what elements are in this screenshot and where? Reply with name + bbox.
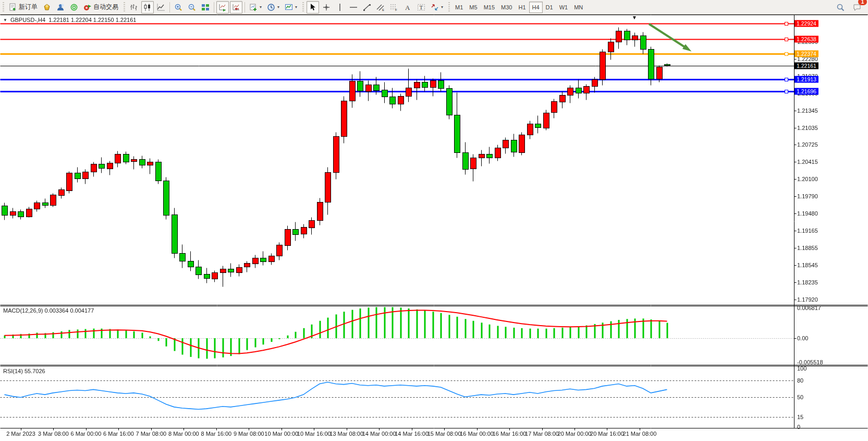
timeframe-w1-label: W1 bbox=[559, 4, 568, 10]
chart-shift-button[interactable] bbox=[230, 1, 242, 14]
cursor-icon bbox=[309, 3, 317, 11]
timeframe-d1-label: D1 bbox=[546, 4, 553, 10]
equidistant-channel-button[interactable]: E bbox=[374, 1, 387, 14]
text-button[interactable]: A bbox=[401, 1, 414, 14]
time-axis-label: 9 Mar 08:00 bbox=[234, 431, 264, 437]
toolbar-separator bbox=[244, 2, 245, 13]
new-order-button[interactable]: 新订单 bbox=[7, 1, 40, 14]
price-tick-label: 1.21035 bbox=[797, 125, 818, 131]
price-tick-label: 1.19165 bbox=[797, 228, 818, 234]
collapse-triangle-icon[interactable]: ▼ bbox=[3, 18, 7, 22]
time-axis-label: 7 Mar 08:00 bbox=[136, 431, 167, 437]
rsi-indicator-label: RSI(14) 55.7026 bbox=[3, 368, 45, 374]
toolbar-grip[interactable] bbox=[447, 2, 451, 13]
price-tick-label: 1.18855 bbox=[797, 245, 818, 251]
price-line-label[interactable]: 1.22638 bbox=[794, 36, 818, 43]
auto-scroll-button[interactable] bbox=[216, 1, 229, 14]
dropdown-caret-icon[interactable]: ▾ bbox=[260, 5, 262, 9]
timeframe-mn[interactable]: MN bbox=[571, 2, 586, 13]
svg-text:T: T bbox=[420, 4, 423, 10]
new-chart-button[interactable]: ▾ bbox=[247, 1, 264, 14]
candlestick-icon bbox=[143, 3, 152, 11]
channel-icon: E bbox=[376, 3, 385, 11]
periods-button[interactable]: ▾ bbox=[265, 1, 282, 14]
community-icon bbox=[56, 3, 65, 11]
price-line-label[interactable]: 1.22924 bbox=[794, 20, 818, 27]
toolbar-group-zoom bbox=[172, 1, 212, 14]
time-axis-label: 6 Mar 16:00 bbox=[103, 431, 134, 437]
price-tick-label: 1.18545 bbox=[797, 262, 818, 268]
templates-button[interactable]: ▾ bbox=[283, 1, 299, 14]
timeframe-m15[interactable]: M15 bbox=[481, 2, 498, 13]
periods-icon bbox=[267, 3, 275, 11]
trendline-icon bbox=[363, 3, 371, 11]
rsi-axis-label: 80 bbox=[797, 377, 803, 384]
crosshair-button[interactable] bbox=[320, 1, 333, 14]
chat-button[interactable]: 1 bbox=[851, 1, 863, 14]
time-axis-label: 14 Mar 00:00 bbox=[362, 431, 396, 437]
rsi-axis-label: 15 bbox=[797, 414, 803, 420]
toolbar-grip[interactable] bbox=[2, 2, 5, 13]
cursor-button[interactable] bbox=[307, 1, 319, 14]
bar-chart-icon bbox=[130, 3, 138, 11]
notification-badge[interactable]: 1 bbox=[858, 0, 867, 5]
price-tick-label: 1.20725 bbox=[797, 141, 818, 148]
price-chart-canvas[interactable] bbox=[0, 15, 868, 441]
autotrading-button-label: 自动交易 bbox=[93, 3, 118, 11]
text-label-button[interactable]: T bbox=[415, 1, 427, 14]
price-line-label[interactable]: 1.22374 bbox=[794, 51, 818, 57]
candlestick-button[interactable] bbox=[141, 1, 154, 14]
toolbar-separator bbox=[214, 2, 214, 13]
timeframe-d1[interactable]: D1 bbox=[543, 2, 556, 13]
timeframe-m30[interactable]: M30 bbox=[498, 2, 515, 13]
autotrading-button[interactable]: 自动交易 bbox=[81, 1, 120, 14]
fibonacci-icon: F bbox=[390, 3, 398, 11]
toolbar-grip[interactable] bbox=[123, 2, 126, 13]
signals-button[interactable] bbox=[68, 1, 80, 14]
time-axis-label: 17 Mar 08:00 bbox=[525, 431, 559, 437]
line-chart-button[interactable] bbox=[155, 1, 167, 14]
dropdown-caret-icon[interactable]: ▾ bbox=[295, 5, 297, 9]
timeframe-m5[interactable]: M5 bbox=[466, 2, 480, 13]
bar-chart-button[interactable] bbox=[128, 1, 140, 14]
arrows-button[interactable]: ▾ bbox=[429, 1, 445, 14]
horizontal-line-icon bbox=[349, 3, 358, 11]
timeframe-h4-label: H4 bbox=[532, 4, 540, 10]
price-line-label[interactable]: 1.21913 bbox=[794, 76, 818, 82]
chart-shift-marker-icon[interactable]: ▼ bbox=[632, 15, 637, 20]
toolbar: 新订单自动交易▾▾▾EFAT▾M1M5M15M30H1H4D1W1MN1 bbox=[0, 0, 868, 15]
time-axis-label: 16 Mar 00:00 bbox=[460, 431, 494, 437]
mt4-trading-app: 新订单自动交易▾▾▾EFAT▾M1M5M15M30H1H4D1W1MN1 ▼ G… bbox=[0, 0, 868, 441]
time-axis-label: 14 Mar 16:00 bbox=[395, 431, 429, 437]
trendline-button[interactable] bbox=[361, 1, 373, 14]
price-line-label[interactable]: 1.22161 bbox=[794, 62, 818, 69]
zoom-in-button[interactable] bbox=[172, 1, 185, 14]
toolbar-group-tools: EFAT▾ bbox=[306, 1, 446, 14]
time-axis-label: 2 Mar 2023 bbox=[6, 431, 35, 437]
zoom-out-button[interactable] bbox=[186, 1, 198, 14]
autotrading-icon bbox=[83, 3, 92, 11]
timeframe-h1[interactable]: H1 bbox=[515, 2, 529, 13]
dropdown-caret-icon[interactable]: ▾ bbox=[441, 5, 443, 9]
search-button[interactable] bbox=[834, 1, 847, 14]
toolbar-grip[interactable] bbox=[301, 2, 305, 13]
macd-axis-label: 0.006817 bbox=[797, 305, 821, 311]
price-line-label[interactable]: 1.21696 bbox=[794, 88, 818, 94]
timeframe-m15-label: M15 bbox=[484, 4, 495, 10]
timeframe-m1-label: M1 bbox=[455, 4, 463, 10]
gold-icon-button[interactable] bbox=[41, 1, 53, 14]
svg-text:E: E bbox=[382, 8, 384, 11]
dropdown-caret-icon[interactable]: ▾ bbox=[277, 5, 279, 9]
timeframe-w1[interactable]: W1 bbox=[556, 2, 571, 13]
community-button[interactable] bbox=[54, 1, 67, 14]
timeframe-m1[interactable]: M1 bbox=[452, 2, 466, 13]
toolbar-group-scroll bbox=[216, 1, 243, 14]
tile-windows-button[interactable] bbox=[199, 1, 212, 14]
timeframe-h4[interactable]: H4 bbox=[529, 2, 543, 13]
vertical-line-button[interactable] bbox=[334, 1, 346, 14]
horizontal-line-button[interactable] bbox=[347, 1, 360, 14]
rsi-axis-label: 100 bbox=[797, 365, 806, 372]
time-axis-label: 10 Mar 00:00 bbox=[264, 431, 298, 437]
new-order-button-label: 新订单 bbox=[19, 3, 38, 11]
fibonacci-button[interactable]: F bbox=[388, 1, 400, 14]
